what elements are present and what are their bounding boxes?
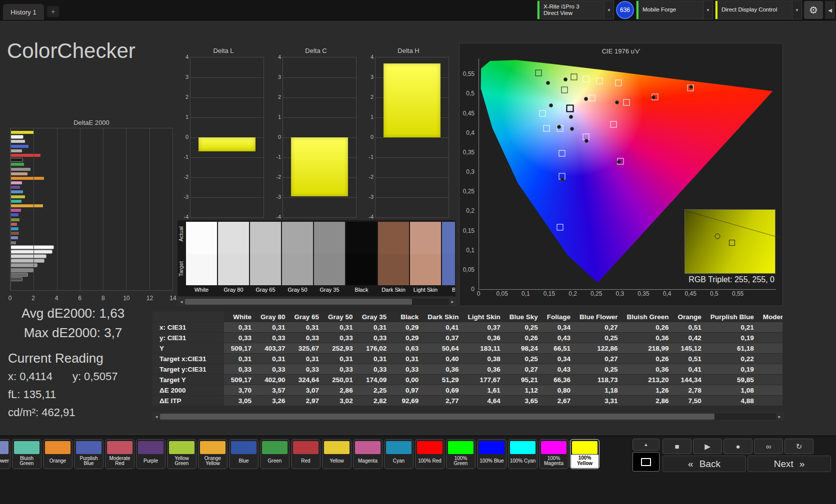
- patch-button-orange[interactable]: Orange: [43, 439, 72, 469]
- patch-button-bluish-green[interactable]: Bluish Green: [12, 439, 42, 469]
- table-cell: 95,21: [505, 375, 542, 385]
- play-button[interactable]: ▶: [693, 439, 722, 454]
- table-cell: 0,33: [224, 364, 256, 375]
- patch-label: Purple: [136, 455, 165, 469]
- transport-cluster: ■▶●∞↻ « Back Next »: [662, 439, 831, 472]
- patch-swatch: [45, 441, 70, 454]
- meter-dropdown[interactable]: X-Rite i1Pro 3 Direct View ▼: [537, 0, 614, 19]
- patch-button-orange-yellow[interactable]: Orange Yellow: [198, 439, 228, 469]
- transport-controls: ▲ ■▶●∞↻ « Back Next »: [632, 439, 831, 472]
- gridline: [80, 128, 80, 290]
- axis-tick-label: 0,15: [544, 290, 555, 297]
- table-cell: 2,25: [358, 385, 392, 396]
- delta-e-bar: [11, 145, 28, 148]
- scroll-right-icon[interactable]: ►: [776, 413, 783, 420]
- patch-row: Blue FlowerBluish GreenOrangePurplish Bl…: [0, 439, 600, 469]
- delta-bar: [291, 137, 348, 196]
- loop-icon: ∞: [766, 442, 772, 451]
- patch-button-yellow-green[interactable]: Yellow Green: [167, 439, 196, 469]
- refresh-icon: ↻: [796, 442, 802, 451]
- patch-button-cyan[interactable]: Cyan: [384, 439, 414, 469]
- record-button[interactable]: ●: [724, 439, 752, 454]
- patch-label: Yellow: [322, 455, 351, 469]
- table-scroll-thumb[interactable]: [160, 414, 714, 420]
- patch-button-purple[interactable]: Purple: [136, 439, 166, 469]
- target-marker: [540, 110, 546, 116]
- patch-button-blue[interactable]: Blue: [229, 439, 258, 469]
- delta-e-bar: [11, 131, 34, 134]
- axis-tick-label: 0,2: [568, 290, 577, 297]
- delta-e-bar: [11, 273, 28, 276]
- patch-button-purplish-blue[interactable]: Purplish Blue: [74, 439, 104, 469]
- scroll-left-icon[interactable]: ◄: [178, 298, 185, 305]
- patch-button-100-cyan[interactable]: 100% Cyan: [508, 439, 538, 469]
- display-preview-button[interactable]: [632, 452, 660, 472]
- patch-button-100-magenta[interactable]: 100% Magenta: [539, 439, 568, 469]
- delta-bar: [384, 63, 440, 137]
- meter-count-badge[interactable]: 636: [616, 1, 634, 19]
- results-table-wrap: WhiteGray 80Gray 65Gray 50Gray 35BlackDa…: [152, 312, 782, 411]
- delta-e-bar: [11, 278, 22, 281]
- back-button[interactable]: « Back: [662, 456, 746, 472]
- table-scroll-track[interactable]: [160, 413, 776, 420]
- settings-button[interactable]: ⚙: [804, 1, 823, 19]
- measurement-marker: [584, 139, 588, 143]
- table-cell: 2,86: [622, 396, 674, 406]
- table-cell: 4,64: [463, 396, 504, 406]
- table-cell: 0,26: [622, 322, 674, 333]
- patch-button-100-blue[interactable]: 100% Blue: [477, 439, 506, 469]
- axis-tick-label: 0,35: [463, 149, 474, 156]
- table-cell: 0,34: [542, 354, 575, 364]
- table-cell: 0,36: [463, 333, 504, 343]
- axis-tick-label: 3: [370, 74, 374, 80]
- axis-tick-label: 14: [170, 295, 176, 302]
- patch-button-blue-flower[interactable]: Blue Flower: [0, 439, 10, 469]
- tab-history-1[interactable]: History 1: [3, 4, 44, 20]
- delta-c-chart: Delta C 43210-1-2-3-4: [274, 46, 358, 222]
- stop-button[interactable]: ■: [662, 439, 692, 454]
- table-cell: 2,82: [358, 396, 392, 406]
- table-scrollbar[interactable]: ◄ ►: [152, 413, 784, 421]
- add-tab-button[interactable]: +: [47, 6, 59, 17]
- patch-button-green[interactable]: Green: [260, 439, 290, 469]
- patch-swatch: [541, 441, 566, 454]
- collapse-panel-button[interactable]: ◀: [825, 1, 835, 19]
- next-label: Next: [774, 459, 794, 470]
- table-cell: 0,63: [391, 343, 423, 354]
- table-cell: 0,40: [423, 354, 463, 364]
- patch-button-red[interactable]: Red: [291, 439, 320, 469]
- next-button[interactable]: Next »: [748, 456, 831, 472]
- scroll-right-icon[interactable]: ►: [449, 298, 456, 305]
- swatch-label: Gray 80: [218, 285, 249, 296]
- delta-l-title: Delta L: [181, 47, 266, 54]
- patch-button-100-red[interactable]: 100% Red: [415, 439, 444, 469]
- delta-c-ylabels: 43210-1-2-3-4: [274, 57, 282, 217]
- patch-button-magenta[interactable]: Magenta: [353, 439, 382, 469]
- delta-h-plot: [375, 57, 449, 218]
- scroll-left-icon[interactable]: ◄: [153, 413, 160, 420]
- patch-button-yellow[interactable]: Yellow: [322, 439, 352, 469]
- patch-label: Yellow Green: [168, 455, 196, 469]
- delta-e-bar: [11, 181, 22, 184]
- chevron-down-icon[interactable]: ▼: [792, 1, 802, 19]
- delta-e-bar: [11, 218, 20, 221]
- patch-button-100-green[interactable]: 100% Green: [446, 439, 476, 469]
- table-cell: 0,51: [674, 354, 706, 364]
- expand-panel-button[interactable]: ▲: [632, 439, 660, 451]
- swatch-scroll-track[interactable]: [185, 298, 449, 305]
- chevron-down-icon[interactable]: ▼: [604, 1, 614, 19]
- swatch-scroll-thumb[interactable]: [185, 299, 412, 305]
- swatch-actual-color: [250, 222, 281, 254]
- chevron-down-icon[interactable]: ▼: [703, 1, 712, 19]
- table-cell: 66,51: [542, 343, 575, 354]
- refresh-button[interactable]: ↻: [784, 439, 814, 454]
- display-control-dropdown[interactable]: Direct Display Control ▼: [715, 0, 802, 19]
- patch-button-100-yellow[interactable]: 100% Yellow: [570, 439, 600, 469]
- swatch-strip-scrollbar[interactable]: ◄ ►: [178, 298, 456, 306]
- patch-label: 100% Magenta: [540, 455, 568, 469]
- patch-button-moderate-red[interactable]: Moderate Red: [105, 439, 134, 469]
- table-cell: 183,11: [463, 343, 504, 354]
- source-dropdown[interactable]: Mobile Forge ▼: [636, 0, 713, 19]
- delta-l-chart: Delta L 43210-1-2-3-4: [181, 46, 266, 222]
- loop-button[interactable]: ∞: [754, 439, 783, 454]
